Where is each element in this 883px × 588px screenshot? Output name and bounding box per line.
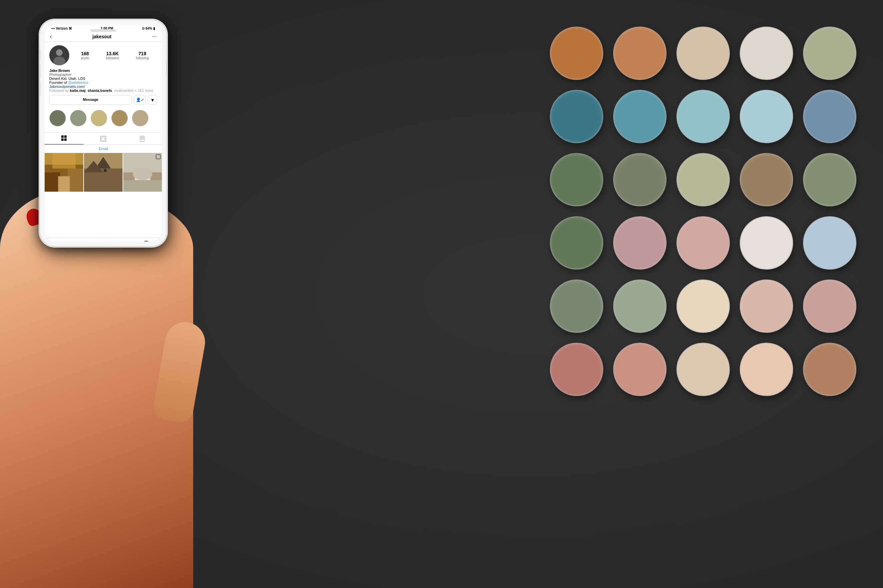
home-nav-button[interactable]: ⌂ (56, 241, 60, 242)
svg-point-26 (133, 168, 152, 180)
profile-section: 168 posts 13.6K followers 719 following (45, 42, 162, 132)
swatch-6-5[interactable] (803, 343, 856, 396)
highlight-circle-1 (49, 110, 66, 126)
following-label: following (136, 56, 149, 60)
swatch-6-4[interactable] (740, 343, 793, 396)
thumb (152, 319, 208, 424)
bio-line2: Founder of @wildtreeco (49, 81, 157, 84)
swatch-2-5[interactable] (803, 90, 856, 143)
swatch-1-4[interactable] (740, 27, 793, 80)
svg-point-21 (104, 169, 107, 172)
svg-rect-16 (52, 153, 75, 168)
dropdown-button[interactable]: ▾ (148, 95, 157, 105)
swatch-4-3[interactable] (677, 216, 730, 270)
person-check-icon: 👤✓ (136, 98, 144, 102)
svg-rect-27 (123, 180, 162, 192)
highlight-4[interactable] (111, 110, 128, 126)
swatch-4-4[interactable] (740, 216, 793, 270)
swatch-5-1[interactable] (550, 279, 603, 333)
back-button[interactable]: ‹ (50, 34, 52, 40)
swatch-5-4[interactable] (740, 279, 793, 333)
svg-rect-7 (101, 136, 106, 141)
tab-tagged[interactable] (123, 133, 162, 144)
signal-bars-icon: ▪▪▪ (51, 27, 56, 30)
swatch-1-3[interactable] (677, 27, 730, 80)
follow-button[interactable]: 👤✓ (134, 95, 146, 105)
swatch-2-4[interactable] (740, 90, 793, 143)
more-options-button[interactable]: ··· (152, 34, 156, 40)
website-link[interactable]: Jakesoutpresets.com/ (49, 84, 157, 88)
profile-stats: 168 posts 13.6K followers 719 following (72, 51, 157, 60)
highlight-2[interactable] (70, 110, 87, 126)
svg-rect-8 (102, 137, 105, 140)
posts-count: 168 (81, 51, 89, 56)
tab-grid[interactable] (45, 133, 84, 144)
highlight-3[interactable] (90, 110, 107, 126)
svg-rect-14 (68, 168, 83, 192)
search-nav-button[interactable]: ⊕ (77, 241, 81, 242)
message-button[interactable]: Message (49, 95, 132, 105)
svg-rect-6 (64, 138, 67, 141)
swatch-3-5[interactable] (803, 153, 856, 206)
avatar[interactable] (49, 45, 69, 65)
photo-cell-2[interactable] (84, 153, 123, 192)
highlight-5[interactable] (132, 110, 149, 126)
swatch-1-2[interactable] (613, 27, 666, 80)
posts-label: posts (81, 56, 89, 60)
highlight-circle-3 (90, 110, 107, 126)
swatch-5-2[interactable] (613, 279, 666, 333)
swatch-4-5[interactable] (803, 216, 856, 270)
swatch-6-3[interactable] (677, 343, 730, 396)
swatch-3-3[interactable] (677, 153, 730, 206)
highlight-circle-4 (111, 110, 128, 126)
power-button (166, 60, 167, 76)
following-stat[interactable]: 719 following (136, 51, 149, 60)
profile-username-nav: jakesout (93, 34, 111, 39)
action-buttons: Message 👤✓ ▾ (49, 95, 157, 105)
swatch-2-2[interactable] (613, 90, 666, 143)
svg-rect-4 (64, 135, 67, 138)
swatch-5-5[interactable] (803, 279, 856, 333)
profession: Photographer (49, 72, 157, 76)
content-tabs (45, 132, 162, 145)
battery-icon: ▮ (153, 27, 155, 30)
wifi-icon: ⌘ (69, 27, 72, 30)
followers-count: 13.6K (106, 51, 119, 56)
location-icon: ⊙ (142, 27, 144, 30)
followers-label: followers (106, 56, 119, 60)
plus-nav-button[interactable]: ⊞ (98, 241, 103, 242)
swatch-1-1[interactable] (550, 27, 603, 80)
following-count: 719 (138, 51, 146, 56)
swatch-4-2[interactable] (613, 216, 666, 270)
swatch-1-5[interactable] (803, 27, 856, 80)
email-link[interactable]: Email (45, 145, 162, 153)
profile-scroll[interactable]: 168 posts 13.6K followers 719 following (45, 42, 162, 238)
swatch-2-1[interactable] (550, 90, 603, 143)
phone-notch (90, 29, 117, 32)
swatch-6-1[interactable] (550, 343, 603, 396)
swatch-3-4[interactable] (740, 153, 793, 206)
swatches-grid (550, 27, 856, 396)
followed-by-text: Followed by katie.maj, shania.travels, v… (49, 88, 157, 93)
swatch-3-1[interactable] (550, 153, 603, 206)
tab-video[interactable] (84, 133, 123, 144)
highlight-1[interactable] (49, 110, 66, 126)
battery-status: ⊙ 64% ▮ (142, 27, 155, 30)
hand-background (0, 189, 193, 588)
swatch-6-2[interactable] (613, 343, 666, 396)
swatch-5-3[interactable] (677, 279, 730, 333)
phone-hand-container: ▪▪▪ Verizon ⌘ 1:00 PM ⊙ 64% ▮ ‹ jakesout… (0, 0, 206, 588)
photo-cell-3[interactable] (123, 153, 162, 192)
bio-section: Jake Brown Photographer Desert Kid. Utah… (49, 69, 157, 93)
select-icon (156, 154, 161, 159)
wildtreeco-link[interactable]: @wildtreeco (68, 81, 88, 84)
followers-stat[interactable]: 13.6K followers (106, 51, 119, 60)
swatch-3-2[interactable] (613, 153, 666, 206)
swatch-2-3[interactable] (677, 90, 730, 143)
posts-stat[interactable]: 168 posts (81, 51, 89, 60)
heart-nav-button[interactable]: ♡ (120, 241, 126, 242)
highlights-row (49, 107, 157, 129)
profile-nav-button[interactable] (142, 241, 150, 242)
photo-cell-1[interactable] (45, 153, 83, 192)
swatch-4-1[interactable] (550, 216, 603, 270)
